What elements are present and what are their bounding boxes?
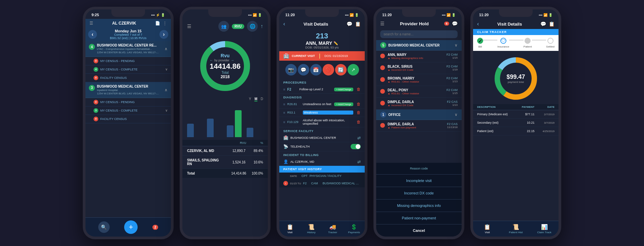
delete-icon-d3[interactable]: 🗑 [357, 120, 361, 124]
hamburger-icon-2[interactable]: ☰ [187, 24, 191, 29]
transfer-icon-2[interactable]: ⇄ [357, 159, 361, 164]
census-1-complete[interactable]: 4 MY CENSUS - COMPLETE ∨ [85, 65, 171, 74]
next-provider-btn[interactable]: → [231, 58, 234, 62]
service-facility-label: SERVICE FACILITY [279, 127, 365, 134]
diag-row-3[interactable]: ≡ F10.129 Alcohol abuse with intoxicatio… [279, 117, 365, 127]
modal-item-1[interactable]: Incorrect DX code [376, 187, 462, 199]
visit-nav-icon-5: 📋 [484, 224, 491, 230]
nav-visit-5[interactable]: 📋 Visit [473, 221, 502, 237]
nav-claim-track-5[interactable]: 📊 Claim Track [530, 221, 559, 237]
modal-item-2[interactable]: Missing demographics info [376, 199, 462, 212]
add-change-btn-d[interactable]: + Add/Change [334, 102, 353, 106]
next-date-button[interactable]: › [159, 30, 168, 39]
total-pct: 100.0% [246, 172, 263, 175]
census-2-pending[interactable]: 0 MY CENSUS - PENDING [85, 98, 171, 106]
back-button-3[interactable]: ‹ [283, 21, 285, 27]
p4-office-header[interactable]: 1 OFFICE ∨ [376, 110, 462, 120]
p2-icon-group: 👥 RVU 🌐 ↑ [218, 21, 263, 32]
telehealth-icon: 📡 [283, 144, 288, 149]
rvu-badge[interactable]: RVU [232, 24, 244, 29]
copy-icon-3[interactable]: 📋 [355, 21, 361, 27]
share-action-btn[interactable]: ↗ [348, 64, 359, 75]
edit-icon-3[interactable]: ✏️ [333, 41, 338, 45]
nav-payments-3[interactable]: 💲 Payments [344, 221, 365, 237]
search-input-4[interactable] [380, 30, 458, 38]
prev-provider-btn[interactable]: ← [210, 58, 213, 62]
camera-action-btn[interactable]: 📷 [285, 64, 297, 75]
bar-group-2 [207, 119, 223, 137]
census-1-facility[interactable]: 0 FACILITY CENSUS [85, 74, 171, 82]
add-change-btn-1[interactable]: + Add/Change [334, 88, 353, 91]
back-button-5[interactable]: ‹ [477, 21, 479, 27]
transfer-icon-1[interactable]: ⇄ [357, 135, 361, 140]
facility-1-header[interactable]: 4 BUSHWOOD MEDICAL CENTER RE... LTAC - C… [85, 41, 171, 57]
p4-facility-header[interactable]: 5 BUSHWOOD MEDICAL CENTER ∨ [376, 40, 462, 51]
calendar-action-btn[interactable]: 📅 [310, 64, 322, 75]
menu-icon-4[interactable]: ☰ [380, 21, 385, 26]
patient-row-black[interactable]: BLACK, SIRIUS ▲ Incorrect DX Code F2 CAM… [376, 62, 462, 74]
nav-patient-hist-5[interactable]: 📜 Patient Hist [502, 221, 530, 237]
delete-icon-d2[interactable]: 🗑 [357, 110, 361, 115]
patient-row-dimple[interactable]: DIMPLE, DARLA ▲ Incorrect DX Code F2 CAS… [376, 98, 462, 110]
globe-button[interactable]: 🌐 [247, 21, 258, 32]
p5-title: Visit Details [481, 22, 538, 27]
nav-history-3[interactable]: 📜 History [301, 221, 322, 237]
p4-off-name: OFFICE [388, 113, 453, 117]
day-tab[interactable]: D [261, 97, 263, 101]
toggle-thumb [356, 144, 360, 149]
physician-icon: 👤 [283, 159, 288, 164]
chat-icon-4[interactable]: 💬 [452, 21, 458, 26]
census-2-facility[interactable]: 0 FACILITY CENSUS [85, 115, 171, 123]
copy-icon-5[interactable]: 📋 [549, 21, 554, 27]
message-action-btn[interactable]: 💬 [298, 64, 309, 75]
physician-row[interactable]: 👤 AL CZERVIK, MD ⇄ [279, 158, 365, 166]
telehealth-toggle[interactable] [351, 144, 361, 149]
month-tab[interactable]: M [254, 97, 257, 101]
procedure-row-1[interactable]: ≡ F2 Follow-up Level 2 + Add/Change 🗑 [279, 85, 365, 94]
delete-icon-d1[interactable]: 🗑 [357, 102, 361, 106]
hamburger-icon[interactable]: ☰ [90, 21, 93, 26]
diag-row-2[interactable]: ≡ R53.1 Weakness 🗑 [279, 109, 365, 117]
modal-item-3[interactable]: Patient non-payment [376, 212, 462, 224]
cancel-action-btn[interactable]: 🚫 [323, 64, 334, 75]
pending-dot-1: 0 [94, 59, 98, 63]
census-1-pending[interactable]: 0 MY CENSUS - PENDING [85, 57, 171, 65]
patient-row-deal[interactable]: DEAL, PONY ▲ R53.81 - Other malaise F2 C… [376, 86, 462, 98]
history-data-row[interactable]: ! 01/15 TU F2 CAM BUSHWOOD MEDICAL CE... [279, 179, 365, 187]
service-facility-row-2[interactable]: 📡 TELEHEALTH [279, 142, 365, 151]
p2-table: RVU % CZERVIK, AL MD 12,890.7 89.4% SMAI… [182, 140, 268, 178]
wifi-5: 📶 [543, 13, 547, 17]
facility-2-header[interactable]: 3 BUSHWOOD MEDICAL CENTER Inpatient Hosp… [85, 82, 171, 98]
census-2-complete[interactable]: 3 MY CENSUS - COMPLETE ∨ [85, 106, 171, 115]
chat-icon-5[interactable]: 💬 [540, 21, 546, 27]
chat-icon-3[interactable]: 💬 [347, 21, 352, 27]
upload-button[interactable]: ↑ [260, 23, 263, 29]
prev-date-button[interactable]: ‹ [88, 30, 97, 39]
modal-cancel-button[interactable]: Cancel [376, 224, 462, 237]
people-icon-btn[interactable]: 👥 [218, 21, 229, 32]
table-row-1[interactable]: CZERVIK, AL MD 12,890.7 89.4% [182, 146, 268, 156]
refresh-action-btn[interactable]: 🔄 [335, 64, 347, 75]
table-row-2[interactable]: SMAILS, SPALDING RN 1,524.16 10.6% [182, 156, 268, 169]
delete-icon-1[interactable]: 🗑 [357, 87, 361, 92]
step-line-1 [483, 40, 497, 40]
patient-row-brown[interactable]: BROWN, HARRY ▲ R53.81 - Other malaise F2… [376, 74, 462, 86]
search-button[interactable]: 🔍 [98, 221, 110, 233]
service-facility-row-1[interactable]: 🏥 BUSHWOOD MEDICAL CENTER ⇄ [279, 134, 365, 142]
nav-tracker-3[interactable]: 🚚 Tracker [322, 221, 344, 237]
patient-row-dimple-office[interactable]: DIMPLE, DARLA ▲ Patient non-payment F2 C… [376, 120, 462, 132]
document-icon[interactable]: 📄 [155, 21, 160, 26]
diag-row-1[interactable]: ≡ R26.81 Unsteadiness on feet + Add/Chan… [279, 100, 365, 109]
nav-visit-3[interactable]: 📋 Visit [279, 221, 301, 237]
facility-2-name: BUSHWOOD MEDICAL CENTER [97, 84, 158, 89]
modal-item-0[interactable]: Incomplete visit [376, 175, 462, 187]
p5-table-header: DESCRIPTION PAYMENT DATE [473, 104, 559, 110]
visit-nav-label-5: Visit [485, 231, 490, 234]
signal-2: ▪▪▪ [248, 13, 252, 17]
more-icon[interactable]: ⋮ [163, 21, 167, 26]
add-button[interactable]: + [124, 220, 138, 234]
provider-hold-badge: 6 [444, 22, 449, 26]
patient-row-ann[interactable]: ANN, MARY ▲ Missing demographics info F2… [376, 51, 462, 62]
year-tab[interactable]: Y [249, 97, 251, 101]
p1-menu-icons[interactable]: ☰ [90, 21, 93, 26]
